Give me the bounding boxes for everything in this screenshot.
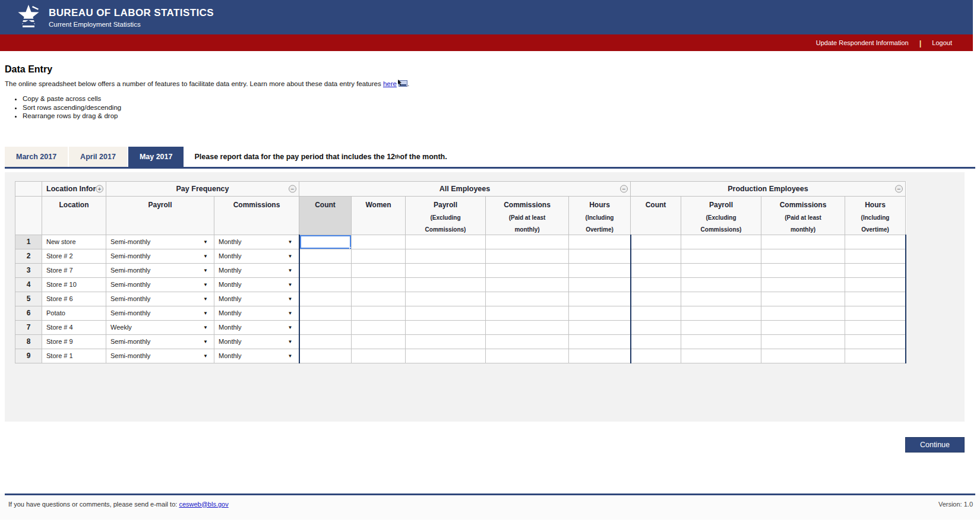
cell-pe-hours[interactable] xyxy=(845,320,906,334)
cell-ae-women[interactable] xyxy=(352,320,406,334)
cell-ae-hours[interactable] xyxy=(569,235,631,249)
logout-link[interactable]: Logout xyxy=(932,39,952,46)
cell-ae-count[interactable] xyxy=(299,320,352,334)
cell-ae-women[interactable] xyxy=(352,277,406,292)
column-header-pe-hours[interactable]: Hours(IncludingOvertime) xyxy=(845,196,906,235)
cell-ae-hours[interactable] xyxy=(569,277,631,292)
cell-pe-commissions[interactable] xyxy=(761,320,845,334)
row-number[interactable]: 7 xyxy=(15,320,42,334)
cell-pe-count[interactable] xyxy=(631,292,681,306)
cell-ae-hours[interactable] xyxy=(569,249,631,263)
cell-pe-commissions[interactable] xyxy=(761,334,845,349)
cell-commissions-dropdown[interactable]: Monthly▼ xyxy=(214,334,299,349)
row-number[interactable]: 3 xyxy=(15,263,42,277)
contact-email-link[interactable]: cesweb@bls.gov xyxy=(179,501,228,508)
cell-pe-hours[interactable] xyxy=(845,277,906,292)
cell-pe-payroll[interactable] xyxy=(681,306,761,320)
cell-commissions-dropdown[interactable]: Monthly▼ xyxy=(214,320,299,334)
cell-ae-count[interactable] xyxy=(299,334,352,349)
row-number[interactable]: 9 xyxy=(15,349,42,363)
row-number[interactable]: 4 xyxy=(15,277,42,292)
commissions-dropdown[interactable]: Monthly▼ xyxy=(214,264,299,277)
cell-pe-payroll[interactable] xyxy=(681,349,761,363)
column-header-ae-commissions[interactable]: Commissions(Paid at leastmonthly) xyxy=(486,196,569,235)
cell-payroll-dropdown[interactable]: Semi-monthly▼ xyxy=(106,334,214,349)
cell-location[interactable]: Store # 6 xyxy=(42,292,106,306)
column-header-ae-payroll[interactable]: Payroll(ExcludingCommissions) xyxy=(406,196,486,235)
cell-payroll-dropdown[interactable]: Semi-monthly▼ xyxy=(106,277,214,292)
cell-ae-hours[interactable] xyxy=(569,306,631,320)
cell-payroll-dropdown[interactable]: Semi-monthly▼ xyxy=(106,249,214,263)
cell-ae-women[interactable] xyxy=(352,249,406,263)
cell-commissions-dropdown[interactable]: Monthly▼ xyxy=(214,306,299,320)
update-respondent-link[interactable]: Update Respondent Information xyxy=(816,39,909,46)
cell-ae-payroll[interactable] xyxy=(406,334,486,349)
row-number[interactable]: 5 xyxy=(15,292,42,306)
cell-payroll-dropdown[interactable]: Semi-monthly▼ xyxy=(106,306,214,320)
collapse-toggle-icon[interactable]: − xyxy=(895,185,903,192)
column-header-payroll[interactable]: Payroll xyxy=(106,196,214,235)
column-header-ae-count[interactable]: Count xyxy=(299,196,352,235)
payroll-dropdown[interactable]: Semi-monthly▼ xyxy=(106,278,214,291)
cell-ae-commissions[interactable] xyxy=(486,320,569,334)
cell-ae-count[interactable] xyxy=(299,277,352,292)
cell-pe-count[interactable] xyxy=(631,349,681,363)
cell-pe-count[interactable] xyxy=(631,277,681,292)
cell-commissions-dropdown[interactable]: Monthly▼ xyxy=(214,349,299,363)
cell-pe-hours[interactable] xyxy=(845,349,906,363)
selected-cell-ae-count[interactable] xyxy=(299,235,352,249)
cell-commissions-dropdown[interactable]: Monthly▼ xyxy=(214,249,299,263)
cell-pe-hours[interactable] xyxy=(845,292,906,306)
payroll-dropdown[interactable]: Semi-monthly▼ xyxy=(106,235,214,248)
cell-pe-commissions[interactable] xyxy=(761,235,845,249)
cell-ae-count[interactable] xyxy=(299,349,352,363)
cell-pe-hours[interactable] xyxy=(845,334,906,349)
cell-pe-commissions[interactable] xyxy=(761,277,845,292)
cell-payroll-dropdown[interactable]: Semi-monthly▼ xyxy=(106,235,214,249)
features-here-link[interactable]: here xyxy=(383,80,397,87)
cell-ae-women[interactable] xyxy=(352,334,406,349)
column-header-commissions[interactable]: Commissions xyxy=(214,196,299,235)
cell-pe-payroll[interactable] xyxy=(681,277,761,292)
column-header-pe-payroll[interactable]: Payroll(ExcludingCommissions) xyxy=(681,196,761,235)
cell-ae-payroll[interactable] xyxy=(406,263,486,277)
cell-ae-payroll[interactable] xyxy=(406,306,486,320)
tab-may-2017[interactable]: May 2017 xyxy=(128,147,184,167)
cell-payroll-dropdown[interactable]: Semi-monthly▼ xyxy=(106,263,214,277)
cell-pe-count[interactable] xyxy=(631,334,681,349)
cell-ae-count[interactable] xyxy=(299,263,352,277)
cell-ae-payroll[interactable] xyxy=(406,320,486,334)
cell-pe-payroll[interactable] xyxy=(681,249,761,263)
cell-ae-hours[interactable] xyxy=(569,334,631,349)
cell-payroll-dropdown[interactable]: Semi-monthly▼ xyxy=(106,292,214,306)
payroll-dropdown[interactable]: Semi-monthly▼ xyxy=(106,349,214,362)
cell-pe-count[interactable] xyxy=(631,306,681,320)
cell-location[interactable]: Store # 1 xyxy=(42,349,106,363)
cell-commissions-dropdown[interactable]: Monthly▼ xyxy=(214,263,299,277)
cell-ae-payroll[interactable] xyxy=(406,235,486,249)
cell-ae-payroll[interactable] xyxy=(406,277,486,292)
row-number[interactable]: 1 xyxy=(15,235,42,249)
payroll-dropdown[interactable]: Semi-monthly▼ xyxy=(106,292,214,305)
cell-commissions-dropdown[interactable]: Monthly▼ xyxy=(214,235,299,249)
cell-ae-commissions[interactable] xyxy=(486,249,569,263)
column-header-pe-commissions[interactable]: Commissions(Paid at leastmonthly) xyxy=(761,196,845,235)
commissions-dropdown[interactable]: Monthly▼ xyxy=(214,321,299,334)
cell-pe-hours[interactable] xyxy=(845,263,906,277)
cell-pe-count[interactable] xyxy=(631,263,681,277)
column-header-ae-women[interactable]: Women xyxy=(352,196,406,235)
column-header-ae-hours[interactable]: Hours(IncludingOvertime) xyxy=(569,196,631,235)
cell-location[interactable]: Store # 7 xyxy=(42,263,106,277)
payroll-dropdown[interactable]: Semi-monthly▼ xyxy=(106,335,214,348)
commissions-dropdown[interactable]: Monthly▼ xyxy=(214,235,299,248)
cell-ae-hours[interactable] xyxy=(569,263,631,277)
cell-ae-count[interactable] xyxy=(299,306,352,320)
payroll-dropdown[interactable]: Weekly▼ xyxy=(106,321,214,334)
cell-location[interactable]: Potato xyxy=(42,306,106,320)
cell-pe-payroll[interactable] xyxy=(681,292,761,306)
commissions-dropdown[interactable]: Monthly▼ xyxy=(214,292,299,305)
cell-pe-count[interactable] xyxy=(631,235,681,249)
cell-ae-count[interactable] xyxy=(299,292,352,306)
cell-pe-commissions[interactable] xyxy=(761,306,845,320)
cell-ae-women[interactable] xyxy=(352,263,406,277)
